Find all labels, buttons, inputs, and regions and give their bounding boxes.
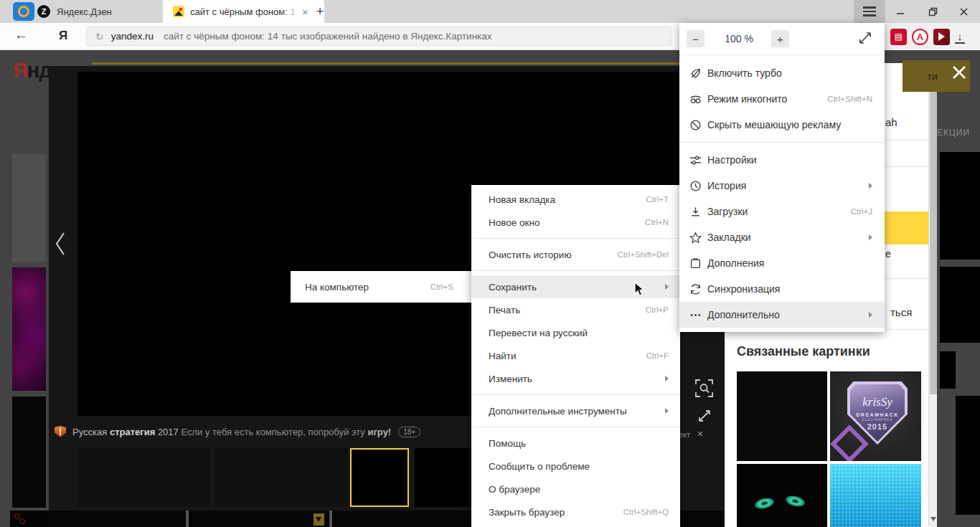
new-tab-button[interactable]: + <box>311 3 329 20</box>
right-thumbnail <box>940 267 980 343</box>
left-thumbnail[interactable] <box>12 154 46 262</box>
related-thumb-krissy-sticker[interactable]: krisSy DREAMHACK CLUJ-NAPOCA 2015 <box>830 371 921 461</box>
address-domain: yandex.ru <box>111 31 154 42</box>
thumb-separator <box>329 511 332 527</box>
menu-item-bookmarks[interactable]: Закладки <box>679 224 885 250</box>
menu-item-addons[interactable]: Дополнения <box>679 250 885 276</box>
antibanner-extension-icon[interactable]: A <box>912 29 928 45</box>
left-thumbnail[interactable] <box>12 397 46 508</box>
menu-item-find[interactable]: Найти Ctrl+F <box>471 344 680 367</box>
right-thumbnail <box>956 396 980 515</box>
related-thumb-blue-gradient[interactable] <box>830 464 921 527</box>
zoom-out-button[interactable]: − <box>687 30 705 47</box>
menu-item-print[interactable]: Печать Ctrl+P <box>471 298 680 321</box>
menu-item-hide-ads[interactable]: Скрыть мешающую рекламу <box>679 112 885 138</box>
address-bar[interactable]: ↻ yandex.ru сайт с чёрным фоном: 14 тыс … <box>86 27 672 46</box>
filmstrip-thumbnail[interactable] <box>415 448 473 507</box>
scroll-down-arrow[interactable] <box>930 517 936 521</box>
zoom-in-button[interactable]: + <box>771 30 789 47</box>
menu-item-more[interactable]: Дополнительно <box>679 302 885 328</box>
window-restore-button[interactable] <box>922 0 943 23</box>
settings-sliders-icon <box>689 154 702 166</box>
bookmarks-star-icon <box>689 232 702 244</box>
menu-item-downloads[interactable]: Загрузки Ctrl+J <box>679 199 885 224</box>
menu-item-edit[interactable]: Изменить <box>471 367 680 390</box>
menu-item-about-browser[interactable]: О браузере <box>471 478 680 500</box>
left-thumbnail-purple-fractal[interactable] <box>12 267 46 391</box>
menu-item-close-browser[interactable]: Закрыть браузер Ctrl+Shift+Q <box>471 500 680 523</box>
download-icon[interactable]: ↓ <box>955 30 965 44</box>
filmstrip-thumbnail[interactable] <box>77 448 210 507</box>
search-bar-edge <box>92 62 679 65</box>
tab-zen[interactable]: Z Яндекс.Дзен <box>37 0 158 23</box>
decorative-dots <box>14 513 26 525</box>
window-minimize-button[interactable] <box>890 0 911 23</box>
context-menu: Новая вкладка Ctrl+T Новое окно Ctrl+N О… <box>471 185 680 527</box>
menu-item-new-window[interactable]: Новое окно Ctrl+N <box>471 211 680 234</box>
ad-row[interactable]: Русская стратегия 2017 Если у тебя есть … <box>55 422 420 441</box>
submenu-arrow-icon <box>869 234 872 240</box>
turbo-icon <box>689 67 702 80</box>
chevron-left-icon[interactable] <box>55 231 66 257</box>
menu-item-sync[interactable]: Синхронизация <box>679 276 885 302</box>
browser-menu-button[interactable] <box>854 0 885 23</box>
app-logo-icon[interactable] <box>13 2 34 21</box>
tiny-game-thumb <box>314 513 324 526</box>
menu-item-translate[interactable]: Перевести на русский <box>471 321 680 344</box>
extensions-area: ▤ A ↓ <box>885 23 980 50</box>
fullscreen-icon[interactable] <box>858 31 872 45</box>
menu-item-settings[interactable]: Настройки <box>679 147 885 173</box>
downloads-icon <box>689 206 702 218</box>
save-submenu-item-to-computer[interactable]: На компьютер Ctrl+S <box>291 271 472 303</box>
related-thumb-cat-eyes[interactable] <box>737 464 827 527</box>
menu-item-additional-tools[interactable]: Дополнительные инструменты <box>471 399 680 422</box>
related-images-title: Связанные картинки <box>737 344 870 359</box>
sync-icon <box>689 283 702 295</box>
yandex-button[interactable]: Я <box>59 29 67 43</box>
tab-close-icon[interactable]: × <box>302 6 308 18</box>
menu-item-turbo[interactable]: Включить турбо <box>679 60 885 86</box>
photo-extension-icon[interactable] <box>933 29 950 45</box>
block-ad-icon <box>689 119 702 131</box>
more-dots-icon <box>689 309 702 321</box>
age-badge: 18+ <box>398 427 420 437</box>
menu-item-report-problem[interactable]: Сообщить о проблеме <box>471 455 680 478</box>
menu-item-help[interactable]: Помощь <box>471 432 680 455</box>
related-thumb-black[interactable] <box>737 371 827 461</box>
page-scrollbar[interactable] <box>928 63 937 527</box>
scrollbar-thumb[interactable] <box>930 75 937 394</box>
submenu-arrow-icon <box>665 408 669 414</box>
submenu-arrow-icon <box>869 183 872 189</box>
history-clock-icon <box>689 180 702 192</box>
filmstrip-thumbnail[interactable] <box>215 448 348 507</box>
mouse-cursor <box>634 282 645 298</box>
game-shield-icon <box>55 426 66 437</box>
filmstrip-thumbnail-selected[interactable] <box>350 448 409 507</box>
window-close-button[interactable] <box>953 0 974 23</box>
menu-item-clear-history[interactable]: Очистить историю Ctrl+Shift+Del <box>471 243 680 266</box>
expand-fullscreen-icon[interactable] <box>697 408 712 424</box>
right-thumbnail <box>940 152 980 260</box>
menu-item-save[interactable]: Сохранить <box>471 275 680 298</box>
back-button[interactable]: ← <box>14 27 28 43</box>
zoom-level: 100 % <box>708 30 770 47</box>
menu-item-history[interactable]: История <box>679 173 885 199</box>
viewer-close-icon[interactable] <box>951 65 967 80</box>
reader-extension-icon[interactable]: ▤ <box>890 29 907 45</box>
hamburger-icon <box>863 11 876 12</box>
image-search-icon[interactable] <box>694 379 714 398</box>
panel-link-fragment[interactable]: е <box>885 248 891 260</box>
browser-menu: − 100 % + Включить турбо Режим инкогнито… <box>679 23 885 332</box>
share-link-fragment[interactable]: ться <box>890 306 912 318</box>
refresh-icon[interactable]: ↻ <box>95 31 104 42</box>
zoom-controls: − 100 % + <box>679 23 885 55</box>
ad-close-icon[interactable]: × <box>697 428 703 440</box>
menu-item-incognito[interactable]: Режим инкогнито Ctrl+Shift+N <box>679 86 885 112</box>
menu-item-new-tab[interactable]: Новая вкладка Ctrl+T <box>471 188 680 211</box>
tab-active-images[interactable]: сайт с чёрным фоном: 1 × <box>163 0 324 23</box>
submenu-arrow-icon <box>869 312 872 318</box>
address-page-title: сайт с чёрным фоном: 14 тыс изображений … <box>164 31 492 42</box>
image-title-fragment: ah <box>885 116 897 128</box>
ad-label-fragment: ект <box>679 430 690 439</box>
panel-yellow-button[interactable] <box>884 212 928 244</box>
